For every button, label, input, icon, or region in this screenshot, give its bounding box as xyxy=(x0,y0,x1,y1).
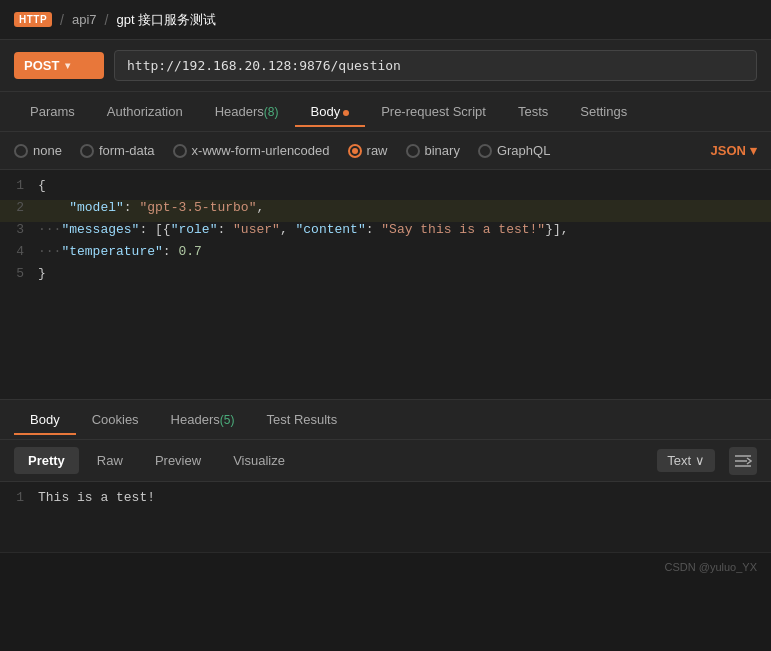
option-none[interactable]: none xyxy=(14,143,62,158)
headers-badge: (8) xyxy=(264,105,279,119)
body-dot xyxy=(343,110,349,116)
tab-prerequest[interactable]: Pre-request Script xyxy=(365,96,502,127)
radio-urlencoded xyxy=(173,144,187,158)
text-format-chevron: ∨ xyxy=(695,453,705,468)
code-line-1: 1 { xyxy=(0,178,771,200)
option-binary[interactable]: binary xyxy=(406,143,460,158)
watermark-bar: CSDN @yuluo_YX xyxy=(0,552,771,580)
breadcrumb-title[interactable]: gpt 接口服务测试 xyxy=(116,11,216,29)
wrap-icon xyxy=(734,454,752,468)
text-format-select[interactable]: Text ∨ xyxy=(657,449,715,472)
text-format-label: Text xyxy=(667,453,691,468)
tab-params[interactable]: Params xyxy=(14,96,91,127)
sub-tab-preview[interactable]: Preview xyxy=(141,447,215,474)
body-options-bar: none form-data x-www-form-urlencoded raw… xyxy=(0,132,771,170)
method-select[interactable]: POST ▾ xyxy=(14,52,104,79)
request-tabs: Params Authorization Headers(8) Body Pre… xyxy=(0,92,771,132)
method-label: POST xyxy=(24,58,59,73)
resp-headers-badge: (5) xyxy=(220,413,235,427)
tab-headers[interactable]: Headers(8) xyxy=(199,96,295,127)
tab-tests[interactable]: Tests xyxy=(502,96,564,127)
json-format-select[interactable]: JSON ▾ xyxy=(711,143,757,158)
response-body-editor: 1 This is a test! xyxy=(0,482,771,552)
http-badge: HTTP xyxy=(14,12,52,27)
sep1: / xyxy=(60,12,64,28)
code-line-4: 4 ···"temperature": 0.7 xyxy=(0,244,771,266)
request-body-editor[interactable]: 1 { 2 "model": "gpt-3.5-turbo", 3 ···"me… xyxy=(0,170,771,400)
radio-form-data xyxy=(80,144,94,158)
json-chevron: ▾ xyxy=(750,143,757,158)
resp-tab-test-results[interactable]: Test Results xyxy=(250,404,353,435)
breadcrumb-api7[interactable]: api7 xyxy=(72,12,97,27)
resp-tab-body[interactable]: Body xyxy=(14,404,76,435)
code-line-2: 2 "model": "gpt-3.5-turbo", xyxy=(0,200,771,222)
option-urlencoded[interactable]: x-www-form-urlencoded xyxy=(173,143,330,158)
tab-authorization[interactable]: Authorization xyxy=(91,96,199,127)
radio-binary xyxy=(406,144,420,158)
wrap-lines-button[interactable] xyxy=(729,447,757,475)
url-input[interactable] xyxy=(114,50,757,81)
radio-graphql xyxy=(478,144,492,158)
sub-tab-raw[interactable]: Raw xyxy=(83,447,137,474)
resp-content: This is a test! xyxy=(38,490,763,505)
method-chevron: ▾ xyxy=(65,60,70,71)
radio-none xyxy=(14,144,28,158)
tab-settings[interactable]: Settings xyxy=(564,96,643,127)
option-form-data[interactable]: form-data xyxy=(80,143,155,158)
json-label: JSON xyxy=(711,143,746,158)
code-line-5: 5 } xyxy=(0,266,771,288)
sep2: / xyxy=(105,12,109,28)
resp-tab-cookies[interactable]: Cookies xyxy=(76,404,155,435)
watermark-text: CSDN @yuluo_YX xyxy=(665,561,757,573)
code-line-3: 3 ···"messages": [{"role": "user", "cont… xyxy=(0,222,771,244)
resp-tab-headers[interactable]: Headers(5) xyxy=(155,404,251,435)
tab-body[interactable]: Body xyxy=(295,96,366,127)
url-bar: POST ▾ xyxy=(0,40,771,92)
option-graphql[interactable]: GraphQL xyxy=(478,143,550,158)
radio-raw xyxy=(348,144,362,158)
sub-tab-pretty[interactable]: Pretty xyxy=(14,447,79,474)
response-tabs: Body Cookies Headers(5) Test Results xyxy=(0,400,771,440)
sub-tab-visualize[interactable]: Visualize xyxy=(219,447,299,474)
response-sub-bar: Pretty Raw Preview Visualize Text ∨ xyxy=(0,440,771,482)
top-bar: HTTP / api7 / gpt 接口服务测试 xyxy=(0,0,771,40)
resp-line-1: 1 This is a test! xyxy=(0,490,771,512)
option-raw[interactable]: raw xyxy=(348,143,388,158)
